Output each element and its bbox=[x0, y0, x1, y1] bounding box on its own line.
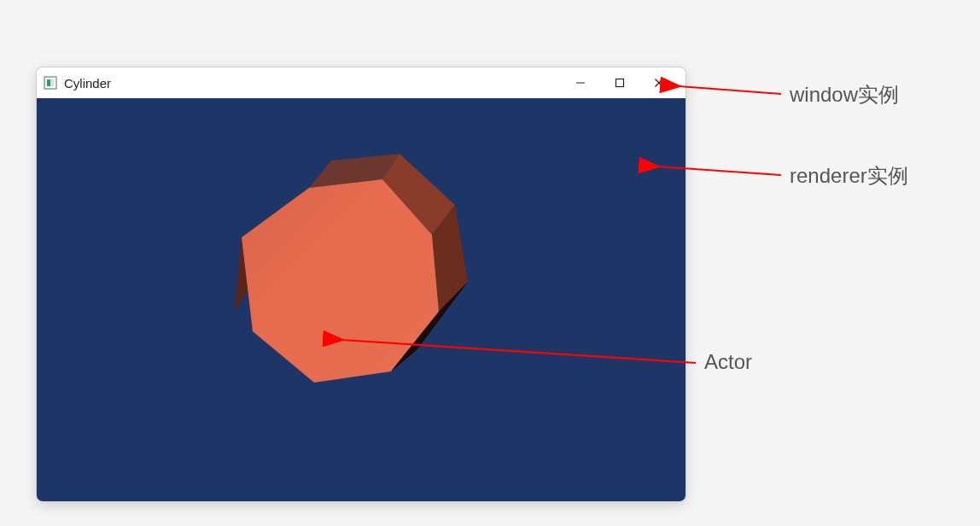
app-window: Cylinder bbox=[36, 67, 686, 502]
label-actor: Actor bbox=[704, 350, 752, 374]
maximize-icon bbox=[615, 78, 625, 88]
label-window-instance: window实例 bbox=[790, 81, 899, 108]
maximize-button[interactable] bbox=[600, 69, 639, 96]
close-icon bbox=[654, 78, 664, 88]
label-renderer-instance: renderer实例 bbox=[790, 162, 908, 190]
minimize-icon bbox=[575, 78, 586, 88]
svg-rect-1 bbox=[47, 79, 50, 86]
cylinder-actor bbox=[160, 120, 528, 487]
window-controls bbox=[561, 69, 679, 96]
render-viewport[interactable] bbox=[37, 98, 685, 501]
svg-rect-4 bbox=[616, 79, 624, 87]
close-button[interactable] bbox=[639, 69, 679, 96]
titlebar: Cylinder bbox=[37, 67, 685, 98]
minimize-button[interactable] bbox=[561, 69, 600, 96]
svg-rect-2 bbox=[50, 79, 54, 86]
arrow-window bbox=[679, 86, 781, 94]
app-icon bbox=[44, 76, 57, 90]
window-title: Cylinder bbox=[64, 76, 561, 91]
